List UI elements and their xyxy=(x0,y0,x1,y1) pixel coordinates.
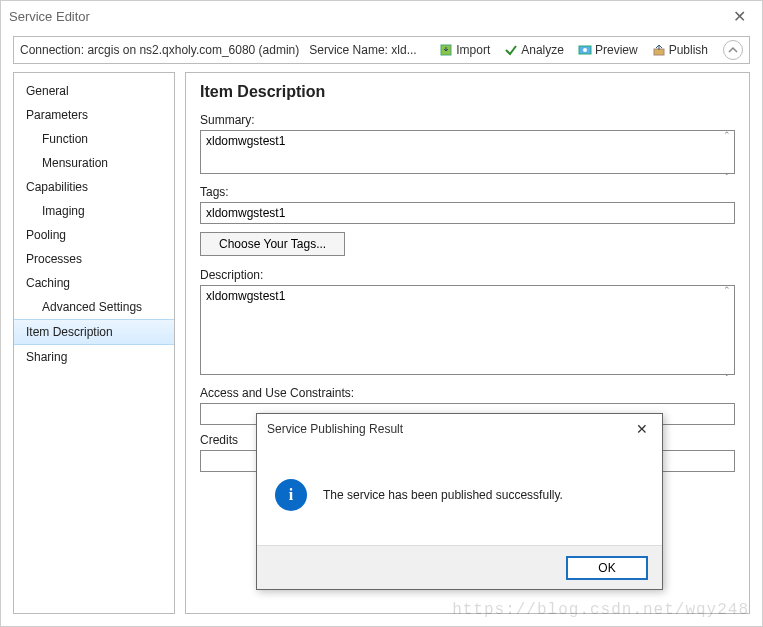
sidebar-item-advanced-settings[interactable]: Advanced Settings xyxy=(14,295,174,319)
titlebar: Service Editor ✕ xyxy=(1,1,762,31)
analyze-label: Analyze xyxy=(521,43,564,57)
dialog-titlebar: Service Publishing Result ✕ xyxy=(257,414,662,444)
sidebar-item-function[interactable]: Function xyxy=(14,127,174,151)
sidebar-item-sharing[interactable]: Sharing xyxy=(14,345,174,369)
sidebar-item-pooling[interactable]: Pooling xyxy=(14,223,174,247)
publish-result-dialog: Service Publishing Result ✕ i The servic… xyxy=(256,413,663,590)
preview-icon xyxy=(578,43,592,57)
import-button[interactable]: Import xyxy=(436,41,493,59)
check-icon xyxy=(504,43,518,57)
publish-button[interactable]: Publish xyxy=(649,41,711,59)
info-icon: i xyxy=(275,479,307,511)
description-input[interactable] xyxy=(200,285,735,375)
ok-button[interactable]: OK xyxy=(566,556,648,580)
publish-icon xyxy=(652,43,666,57)
access-label: Access and Use Constraints: xyxy=(200,386,735,400)
dialog-close-icon[interactable]: ✕ xyxy=(632,421,652,437)
collapse-toggle[interactable] xyxy=(723,40,743,60)
summary-input[interactable] xyxy=(200,130,735,174)
svg-point-2 xyxy=(583,48,587,52)
description-label: Description: xyxy=(200,268,735,282)
sidebar-item-general[interactable]: General xyxy=(14,79,174,103)
service-name-text: Service Name: xld... xyxy=(309,43,416,57)
dialog-title: Service Publishing Result xyxy=(267,422,632,436)
scrollbar[interactable]: ⌃⌄ xyxy=(719,285,735,378)
page-title: Item Description xyxy=(200,83,735,101)
sidebar: GeneralParametersFunctionMensurationCapa… xyxy=(13,72,175,614)
chevron-up-icon xyxy=(728,45,738,55)
sidebar-item-imaging[interactable]: Imaging xyxy=(14,199,174,223)
analyze-button[interactable]: Analyze xyxy=(501,41,567,59)
connection-text: Connection: arcgis on ns2.qxholy.com_608… xyxy=(20,43,299,57)
sidebar-item-item-description[interactable]: Item Description xyxy=(14,319,174,345)
sidebar-item-capabilities[interactable]: Capabilities xyxy=(14,175,174,199)
publish-label: Publish xyxy=(669,43,708,57)
dialog-message: The service has been published successfu… xyxy=(323,488,563,502)
summary-label: Summary: xyxy=(200,113,735,127)
preview-button[interactable]: Preview xyxy=(575,41,641,59)
sidebar-item-processes[interactable]: Processes xyxy=(14,247,174,271)
import-icon xyxy=(439,43,453,57)
sidebar-item-parameters[interactable]: Parameters xyxy=(14,103,174,127)
sidebar-item-mensuration[interactable]: Mensuration xyxy=(14,151,174,175)
choose-tags-button[interactable]: Choose Your Tags... xyxy=(200,232,345,256)
sidebar-item-caching[interactable]: Caching xyxy=(14,271,174,295)
watermark: https://blog.csdn.net/wqy248 xyxy=(452,601,749,619)
preview-label: Preview xyxy=(595,43,638,57)
scrollbar[interactable]: ⌃⌄ xyxy=(719,130,735,177)
tags-label: Tags: xyxy=(200,185,735,199)
toolbar: Connection: arcgis on ns2.qxholy.com_608… xyxy=(13,36,750,64)
window-title: Service Editor xyxy=(9,9,725,24)
close-icon[interactable]: ✕ xyxy=(725,7,754,26)
import-label: Import xyxy=(456,43,490,57)
tags-input[interactable] xyxy=(200,202,735,224)
